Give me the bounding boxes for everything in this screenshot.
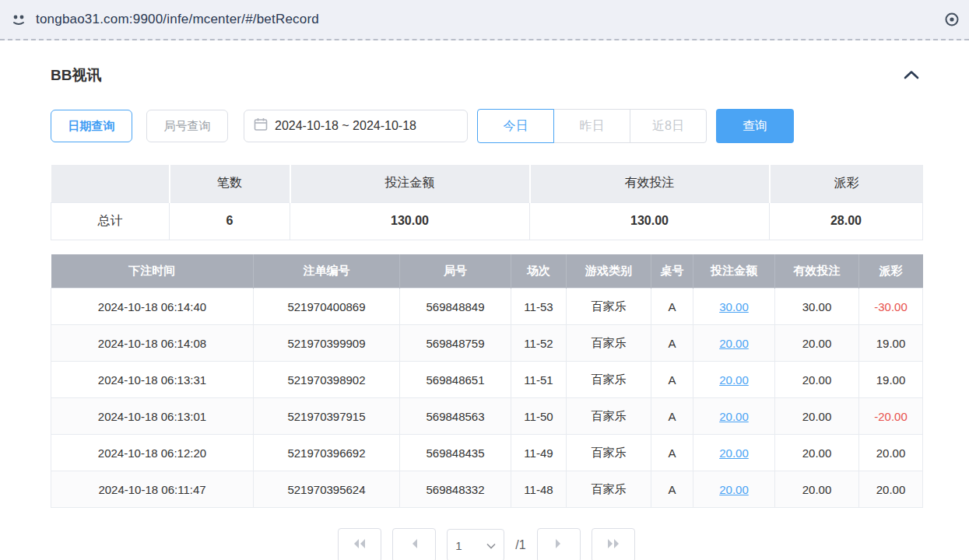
cell-session: 11-50 bbox=[511, 398, 567, 435]
header-session: 场次 bbox=[511, 254, 567, 289]
double-chevron-left-icon bbox=[353, 538, 367, 552]
url-text[interactable]: tongbao31.com:9900/infe/mcenter/#/betRec… bbox=[36, 12, 319, 27]
cell-table-no: A bbox=[651, 435, 693, 471]
first-page-button[interactable] bbox=[338, 528, 381, 560]
summary-header-bet-amount: 投注金额 bbox=[290, 165, 530, 202]
cell-payout: 20.00 bbox=[859, 435, 923, 471]
cell-session: 11-52 bbox=[511, 325, 567, 362]
tab-round-query[interactable]: 局号查询 bbox=[146, 110, 228, 142]
pagination: 1 /1 bbox=[51, 528, 922, 560]
next-page-button[interactable] bbox=[537, 528, 581, 560]
cell-payout: 20.00 bbox=[859, 471, 923, 508]
summary-valid-bet-value: 130.00 bbox=[530, 202, 770, 240]
last-page-button[interactable] bbox=[592, 528, 635, 560]
site-info-icon[interactable] bbox=[9, 10, 28, 29]
bet-amount-link[interactable]: 20.00 bbox=[719, 373, 749, 387]
cell-round-no: 569848435 bbox=[400, 435, 511, 471]
cell-session: 11-49 bbox=[511, 435, 567, 471]
bet-table-header-row: 下注时间 注单编号 局号 场次 游戏类别 桌号 投注金额 有效投注 派彩 bbox=[51, 254, 923, 289]
cell-payout: 19.00 bbox=[859, 325, 923, 362]
chevron-up-icon bbox=[904, 70, 919, 82]
cell-bet-amount: 20.00 bbox=[693, 471, 775, 508]
cell-table-no: A bbox=[651, 398, 693, 435]
bet-record-table: 下注时间 注单编号 局号 场次 游戏类别 桌号 投注金额 有效投注 派彩 202… bbox=[51, 254, 923, 509]
cell-round-no: 569848332 bbox=[400, 471, 511, 508]
cell-order-no: 521970397915 bbox=[254, 398, 400, 435]
eye-icon[interactable] bbox=[944, 12, 960, 27]
browser-url-bar: tongbao31.com:9900/infe/mcenter/#/betRec… bbox=[0, 0, 969, 40]
summary-total-row: 总计 6 130.00 130.00 28.00 bbox=[51, 202, 923, 240]
page-title: BB视讯 bbox=[51, 65, 101, 86]
bet-amount-link[interactable]: 20.00 bbox=[719, 337, 749, 350]
summary-header-count: 笔数 bbox=[170, 165, 290, 202]
table-row: 2024-10-18 06:14:40 521970400869 5698488… bbox=[51, 289, 923, 325]
quick-yesterday-button[interactable]: 昨日 bbox=[553, 109, 630, 143]
cell-game-type: 百家乐 bbox=[567, 471, 651, 508]
cell-round-no: 569848563 bbox=[400, 398, 511, 435]
cell-valid-bet: 30.00 bbox=[775, 289, 859, 325]
cell-valid-bet: 20.00 bbox=[775, 398, 859, 435]
cell-game-type: 百家乐 bbox=[567, 325, 651, 362]
chevron-left-icon bbox=[410, 538, 418, 552]
header-bet-amount: 投注金额 bbox=[693, 254, 775, 289]
cell-valid-bet: 20.00 bbox=[775, 362, 859, 398]
section-header: BB视讯 bbox=[51, 65, 922, 86]
cell-bet-amount: 30.00 bbox=[693, 289, 775, 325]
cell-bet-amount: 20.00 bbox=[693, 325, 775, 362]
bet-amount-link[interactable]: 20.00 bbox=[719, 446, 749, 460]
collapse-button[interactable] bbox=[901, 67, 922, 85]
cell-bet-time: 2024-10-18 06:14:40 bbox=[51, 289, 254, 325]
table-row: 2024-10-18 06:12:20 521970396692 5698484… bbox=[51, 435, 923, 471]
cell-session: 11-51 bbox=[511, 362, 567, 398]
quick-today-button[interactable]: 今日 bbox=[477, 109, 554, 143]
cell-valid-bet: 20.00 bbox=[775, 435, 859, 471]
page-select[interactable]: 1 bbox=[447, 529, 504, 560]
chevron-down-icon bbox=[486, 538, 496, 552]
cell-bet-amount: 20.00 bbox=[693, 435, 775, 471]
cell-round-no: 569848849 bbox=[400, 289, 511, 325]
cell-payout: -20.00 bbox=[859, 398, 923, 435]
total-pages-label: /1 bbox=[515, 538, 525, 552]
header-bet-time: 下注时间 bbox=[51, 254, 254, 289]
bet-amount-link[interactable]: 20.00 bbox=[719, 410, 749, 423]
table-row: 2024-10-18 06:14:08 521970399909 5698487… bbox=[51, 325, 923, 362]
summary-payout-value: 28.00 bbox=[770, 202, 923, 240]
cell-session: 11-48 bbox=[511, 471, 567, 508]
cell-payout: -30.00 bbox=[859, 289, 923, 325]
date-range-value: 2024-10-18 ~ 2024-10-18 bbox=[275, 119, 416, 133]
cell-order-no: 521970395624 bbox=[254, 471, 400, 508]
summary-bet-amount-value: 130.00 bbox=[290, 202, 530, 240]
header-order-no: 注单编号 bbox=[254, 254, 400, 289]
date-range-input[interactable]: 2024-10-18 ~ 2024-10-18 bbox=[244, 110, 468, 142]
filter-toolbar: 日期查询 局号查询 2024-10-18 ~ 2024-10-18 今日 昨日 … bbox=[51, 109, 922, 143]
cell-order-no: 521970398902 bbox=[254, 362, 400, 398]
cell-game-type: 百家乐 bbox=[567, 289, 651, 325]
cell-valid-bet: 20.00 bbox=[775, 471, 859, 508]
cell-bet-time: 2024-10-18 06:13:31 bbox=[51, 362, 254, 398]
table-row: 2024-10-18 06:13:31 521970398902 5698486… bbox=[51, 362, 923, 398]
cell-table-no: A bbox=[651, 471, 693, 508]
prev-page-button[interactable] bbox=[392, 528, 436, 560]
cell-table-no: A bbox=[651, 362, 693, 398]
cell-bet-time: 2024-10-18 06:12:20 bbox=[51, 435, 254, 471]
summary-header-payout: 派彩 bbox=[770, 165, 923, 202]
cell-payout: 19.00 bbox=[859, 362, 923, 398]
double-chevron-right-icon bbox=[606, 538, 620, 552]
bet-record-page: BB视讯 日期查询 局号查询 2024-10-18 ~ 2024-10-18 bbox=[0, 65, 969, 560]
header-payout: 派彩 bbox=[859, 254, 923, 289]
cell-round-no: 569848651 bbox=[400, 362, 511, 398]
cell-order-no: 521970396692 bbox=[254, 435, 400, 471]
header-round-no: 局号 bbox=[400, 254, 511, 289]
tab-date-query[interactable]: 日期查询 bbox=[51, 110, 132, 142]
search-button[interactable]: 查询 bbox=[716, 109, 794, 143]
summary-table: 笔数 投注金额 有效投注 派彩 总计 6 130.00 130.00 28.00 bbox=[51, 165, 923, 240]
cell-table-no: A bbox=[651, 289, 693, 325]
quick-last8days-button[interactable]: 近8日 bbox=[630, 109, 707, 143]
bet-amount-link[interactable]: 30.00 bbox=[719, 300, 749, 313]
header-table-no: 桌号 bbox=[651, 254, 693, 289]
summary-total-label: 总计 bbox=[51, 202, 170, 240]
summary-count-value: 6 bbox=[170, 202, 290, 240]
bet-amount-link[interactable]: 20.00 bbox=[719, 483, 749, 496]
cell-session: 11-53 bbox=[511, 289, 567, 325]
cell-game-type: 百家乐 bbox=[567, 362, 651, 398]
